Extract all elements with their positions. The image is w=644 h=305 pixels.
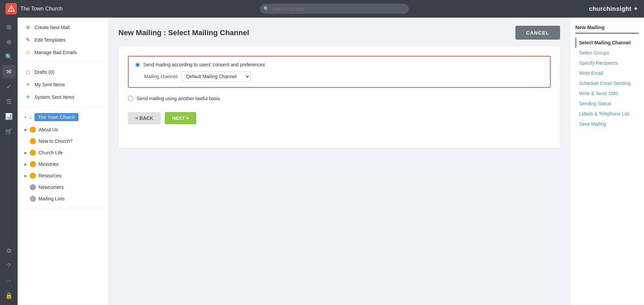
settings-icon[interactable]: ⚙	[2, 244, 16, 258]
shop-icon[interactable]: 🛒	[2, 125, 16, 138]
icon-sidebar: ⊞ ⊕ 🔍 ✉ ✓ ☰ 📊 🛒 ⚙ ? → 🔒	[0, 18, 18, 305]
sent-icon: ✈	[24, 81, 31, 88]
button-row: < BACK NEXT >	[128, 112, 551, 124]
add-icon[interactable]: ⊕	[2, 35, 16, 49]
main-content: New Mailing : Select Mailing Channel CAN…	[109, 18, 570, 305]
wizard-step-7[interactable]: Labels & Telephone List	[575, 109, 639, 119]
mail-icon[interactable]: ✉	[2, 65, 16, 79]
drafts-item[interactable]: ◻ Drafts (0)	[18, 66, 109, 78]
wizard-step-2[interactable]: Specify Recipients	[575, 58, 639, 68]
sidebar-mail-section: ◻ Drafts (0) ✈ My Sent Items ✈ System Se…	[18, 62, 109, 107]
wizard-step-4[interactable]: Schedule Email Sending	[575, 78, 639, 88]
mailing-lists-item[interactable]: ○ Mailing Lists	[18, 193, 109, 204]
chevron-right-icon2: ▶	[24, 151, 27, 155]
collapse-icon: ▾	[24, 115, 26, 119]
newcomers-bullet	[30, 184, 36, 190]
resources-item[interactable]: ▶ Resources	[18, 170, 109, 181]
create-new-mail-item[interactable]: ⊕ Create New Mail	[18, 21, 109, 34]
edit-templates-item[interactable]: ✎ Edit Templates	[18, 34, 109, 46]
option1-label: Send mailing according to users' consent…	[135, 62, 543, 67]
svg-point-2	[11, 10, 12, 11]
ministries-bullet	[30, 161, 36, 167]
about-us-item[interactable]: ▶ About Us	[18, 124, 109, 135]
brand-logo: churchinsight ✦	[589, 5, 639, 13]
newcomers-item[interactable]: Newcomers	[18, 181, 109, 193]
sidebar-groups-section: ▾ ⌂ The Town Church ▶ About Us New to Ch…	[18, 107, 109, 208]
system-sent-icon: ✈	[24, 94, 31, 100]
wizard-step-8[interactable]: Save Mailing	[575, 119, 639, 129]
new-to-church-bullet	[30, 138, 36, 144]
logo-icon	[5, 3, 17, 15]
active-group-label[interactable]: The Town Church	[35, 113, 78, 121]
cancel-button[interactable]: CANCEL	[515, 26, 560, 40]
manage-bad-emails-item[interactable]: ⚠ Manage Bad Emails	[18, 46, 109, 59]
wizard-step-1[interactable]: Select Groups	[575, 48, 639, 58]
left-sidebar: ⊕ Create New Mail ✎ Edit Templates ⚠ Man…	[18, 18, 109, 305]
reports-icon[interactable]: 📊	[2, 110, 16, 123]
dashboard-icon[interactable]: ⊞	[2, 20, 16, 34]
mailing-channel-row: Mailing channel: Default Mailing Channel	[135, 71, 543, 82]
search-icon: 🔍	[263, 6, 269, 12]
top-navigation: The Town Church 🔍 churchinsight ✦	[0, 0, 644, 18]
page-title: New Mailing : Select Mailing Channel	[118, 28, 249, 37]
back-button[interactable]: < BACK	[128, 112, 161, 124]
tasks-icon[interactable]: ✓	[2, 80, 16, 93]
wizard-step-5[interactable]: Write & Send SMS	[575, 88, 639, 99]
church-life-bullet	[30, 150, 36, 156]
edit-icon: ✎	[24, 37, 31, 43]
resources-bullet	[30, 173, 36, 179]
ministries-item[interactable]: ▶ Ministries	[18, 158, 109, 170]
home-icon: ⌂	[29, 114, 32, 120]
search-input[interactable]	[260, 4, 409, 14]
page-header: New Mailing : Select Mailing Channel CAN…	[118, 26, 560, 40]
option1-radio[interactable]	[135, 63, 140, 67]
drafts-icon: ◻	[24, 69, 31, 75]
wizard-step-6[interactable]: Sending Status	[575, 99, 639, 109]
list-icon[interactable]: ☰	[2, 95, 16, 108]
about-us-bullet	[30, 127, 36, 133]
app-body: ⊞ ⊕ 🔍 ✉ ✓ ☰ 📊 🛒 ⚙ ? → 🔒 ⊕ Create New Mai…	[0, 18, 644, 305]
the-town-church-group[interactable]: ▾ ⌂ The Town Church	[18, 110, 109, 124]
search-bar: 🔍	[80, 4, 589, 14]
option2-row: Send mailing using another lawful basis	[128, 93, 551, 104]
mailing-channel-label: Mailing channel:	[144, 74, 178, 79]
plus-circle-icon: ⊕	[24, 24, 31, 30]
option2-radio[interactable]	[128, 96, 133, 101]
sidebar-actions-section: ⊕ Create New Mail ✎ Edit Templates ⚠ Man…	[18, 18, 109, 62]
mailing-channel-select[interactable]: Default Mailing Channel	[182, 71, 250, 82]
help-icon[interactable]: ?	[2, 259, 16, 273]
system-sent-items-item[interactable]: ✈ System Sent Items	[18, 91, 109, 103]
mailing-lists-bullet: ○	[30, 196, 36, 202]
org-name: The Town Church	[20, 6, 63, 12]
chevron-right-icon3: ▶	[24, 162, 27, 167]
org-logo: The Town Church	[5, 3, 80, 15]
chevron-right-icon4: ▶	[24, 174, 27, 178]
login-icon[interactable]: →	[2, 274, 16, 287]
new-to-church-item[interactable]: New to Church?	[18, 135, 109, 147]
lock-icon[interactable]: 🔒	[2, 289, 16, 302]
my-sent-items-item[interactable]: ✈ My Sent Items	[18, 78, 109, 91]
warning-icon: ⚠	[24, 49, 31, 56]
option1-box: Send mailing according to users' consent…	[128, 56, 551, 88]
wizard-step-0[interactable]: Select Mailing Channel	[575, 38, 639, 48]
chevron-right-icon: ▶	[24, 128, 27, 132]
church-life-item[interactable]: ▶ Church Life	[18, 147, 109, 158]
wizard-step-3[interactable]: Write Email	[575, 68, 639, 78]
right-sidebar: New Mailing Select Mailing ChannelSelect…	[570, 18, 644, 305]
wizard-steps: Select Mailing ChannelSelect GroupsSpeci…	[575, 38, 639, 129]
wizard-title: New Mailing	[575, 24, 639, 34]
option2-label: Send mailing using another lawful basis	[137, 96, 220, 101]
search-icon[interactable]: 🔍	[2, 50, 16, 64]
next-button[interactable]: NEXT >	[165, 112, 196, 124]
content-card: Send mailing according to users' consent…	[118, 46, 560, 148]
